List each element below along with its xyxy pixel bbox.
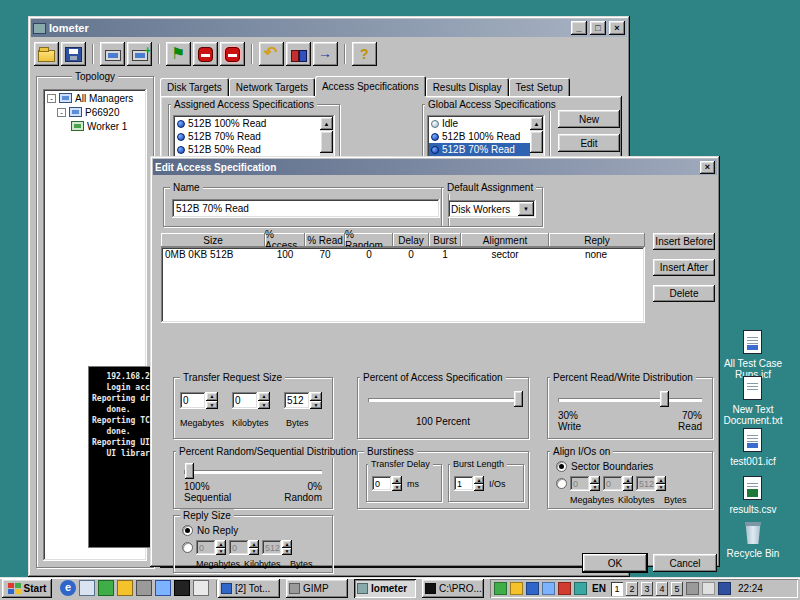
- stop-all-tests-button[interactable]: [220, 42, 245, 66]
- reply-bytes-stepper[interactable]: 512 ▲▼: [262, 540, 292, 555]
- spin-down-button[interactable]: ▼: [249, 548, 259, 556]
- reply-megabytes-stepper[interactable]: 0 ▲▼: [196, 540, 226, 555]
- ok-button[interactable]: OK: [583, 554, 647, 572]
- show-desktop-icon[interactable]: [98, 580, 114, 596]
- spin-up-button[interactable]: ▲: [216, 540, 226, 548]
- align-bytes-stepper[interactable]: 512 ▲▼: [636, 476, 666, 491]
- spin-up-button[interactable]: ▲: [623, 476, 633, 484]
- open-file-button[interactable]: [34, 42, 59, 66]
- desktop-icon-all-test-case-runs[interactable]: All Test Case Runs.icf: [720, 330, 786, 380]
- exit-button[interactable]: [313, 42, 338, 66]
- console-icon[interactable]: [174, 580, 190, 596]
- spin-up-button[interactable]: ▲: [656, 476, 666, 484]
- antivirus-icon[interactable]: [558, 582, 571, 595]
- spec-table-body[interactable]: 0MB 0KB 512B 100 70 0 0 1 sector none: [161, 247, 645, 323]
- column-header-read[interactable]: % Read: [305, 233, 345, 247]
- tab-network-targets[interactable]: Network Targets: [229, 78, 315, 96]
- close-button[interactable]: ×: [609, 21, 625, 35]
- display-settings-icon[interactable]: [526, 582, 539, 595]
- align-megabytes-stepper[interactable]: 0 ▲▼: [570, 476, 600, 491]
- tree-node-manager[interactable]: - P66920: [45, 105, 145, 119]
- spin-down-button[interactable]: ▼: [310, 401, 322, 410]
- radio-checked-icon[interactable]: [556, 461, 567, 472]
- percent-access-slider[interactable]: [366, 390, 520, 408]
- spin-up-button[interactable]: ▲: [590, 476, 600, 484]
- task-button-gimp[interactable]: GIMP: [286, 579, 348, 598]
- spin-down-button[interactable]: ▼: [656, 484, 666, 492]
- spin-up-button[interactable]: ▲: [474, 476, 484, 484]
- save-file-button[interactable]: [61, 42, 86, 66]
- global-spec-item[interactable]: Idle: [429, 117, 543, 130]
- desktop-pager-1[interactable]: 1: [611, 582, 623, 596]
- assigned-spec-item[interactable]: 512B 100% Read: [175, 117, 333, 130]
- spin-up-button[interactable]: ▲: [392, 476, 402, 484]
- sector-boundaries-radio-row[interactable]: Sector Boundaries: [556, 461, 653, 472]
- cancel-button[interactable]: Cancel: [653, 554, 717, 572]
- spin-down-button[interactable]: ▼: [474, 484, 484, 492]
- messenger-icon[interactable]: [574, 582, 587, 595]
- help-button[interactable]: [352, 42, 377, 66]
- spin-down-button[interactable]: ▼: [392, 484, 402, 492]
- kilobytes-stepper[interactable]: 0 ▲▼: [232, 392, 270, 409]
- scroll-up-button[interactable]: ▲: [320, 117, 333, 130]
- gimp-tray-icon[interactable]: [686, 582, 699, 595]
- burst-length-stepper[interactable]: 1 ▲▼: [454, 476, 484, 491]
- dropdown-arrow-icon[interactable]: ▼: [518, 202, 534, 216]
- default-assignment-dropdown[interactable]: Disk Workers ▼: [448, 200, 536, 218]
- custom-reply-radio-row[interactable]: 0 ▲▼ 0 ▲▼ 512 ▲▼: [182, 540, 292, 555]
- task-button-totalcmd[interactable]: [2] Tot...: [218, 579, 280, 598]
- spin-up-button[interactable]: ▲: [258, 392, 270, 401]
- column-header-reply[interactable]: Reply: [549, 233, 645, 247]
- desktop-pager-4[interactable]: 4: [656, 582, 668, 596]
- iometer-titlebar[interactable]: Iometer _ □ ×: [31, 19, 627, 37]
- slider-thumb[interactable]: [514, 391, 523, 407]
- start-tests-button[interactable]: [166, 42, 191, 66]
- desktop-icon-test001[interactable]: test001.icf: [720, 428, 786, 467]
- column-header-delay[interactable]: Delay: [393, 233, 429, 247]
- column-header-access[interactable]: % Access: [265, 233, 305, 247]
- task-button-iometer[interactable]: Iometer: [354, 579, 416, 598]
- stop-test-button[interactable]: [193, 42, 218, 66]
- megabytes-stepper[interactable]: 0 ▲▼: [180, 392, 218, 409]
- start-button[interactable]: Start: [2, 579, 52, 598]
- column-header-alignment[interactable]: Alignment: [461, 233, 549, 247]
- desktop-icon-new-text-document[interactable]: New Text Document.txt: [720, 376, 786, 426]
- reply-kilobytes-stepper[interactable]: 0 ▲▼: [229, 540, 259, 555]
- outlook-express-icon[interactable]: [79, 580, 95, 596]
- transfer-delay-stepper[interactable]: 0 ▲▼: [372, 476, 402, 491]
- column-header-size[interactable]: Size: [161, 233, 265, 247]
- bytes-stepper[interactable]: 512 ▲▼: [284, 392, 322, 409]
- new-button[interactable]: New: [558, 110, 620, 128]
- workers-button[interactable]: [286, 42, 311, 66]
- insert-before-button[interactable]: Insert Before: [653, 233, 715, 250]
- spin-up-button[interactable]: ▲: [206, 392, 218, 401]
- global-spec-item[interactable]: 512B 100% Read: [429, 130, 543, 143]
- spin-down-button[interactable]: ▼: [216, 548, 226, 556]
- dialog-close-button[interactable]: ×: [700, 161, 715, 174]
- tab-results-display[interactable]: Results Display: [426, 78, 509, 96]
- media-player-icon[interactable]: [117, 580, 133, 596]
- spin-down-button[interactable]: ▼: [206, 401, 218, 410]
- insert-after-button[interactable]: Insert After: [653, 259, 715, 276]
- gimp-icon[interactable]: [136, 580, 152, 596]
- read-write-slider[interactable]: [556, 390, 704, 408]
- spin-up-button[interactable]: ▲: [249, 540, 259, 548]
- assigned-spec-item[interactable]: 512B 50% Read: [175, 143, 333, 156]
- slider-thumb[interactable]: [660, 391, 669, 407]
- scroll-up-button[interactable]: ▲: [530, 117, 543, 130]
- random-sequential-slider[interactable]: [182, 462, 324, 480]
- tab-test-setup[interactable]: Test Setup: [509, 78, 570, 96]
- desktop-icon-recycle-bin[interactable]: Recycle Bin: [720, 520, 786, 559]
- spin-up-button[interactable]: ▲: [310, 392, 322, 401]
- maximize-button[interactable]: □: [590, 21, 606, 35]
- spin-down-button[interactable]: ▼: [258, 401, 270, 410]
- task-button-console[interactable]: C:\PRO...: [422, 579, 484, 598]
- tree-collapse-icon[interactable]: -: [57, 108, 66, 117]
- dialog-titlebar[interactable]: Edit Access Specification ×: [153, 159, 717, 175]
- spin-up-button[interactable]: ▲: [282, 540, 292, 548]
- radio-unchecked-icon[interactable]: [556, 478, 567, 489]
- explorer-icon[interactable]: [155, 580, 171, 596]
- tree-node-all-managers[interactable]: - All Managers: [45, 91, 145, 105]
- language-indicator[interactable]: EN: [592, 583, 606, 594]
- align-kilobytes-stepper[interactable]: 0 ▲▼: [603, 476, 633, 491]
